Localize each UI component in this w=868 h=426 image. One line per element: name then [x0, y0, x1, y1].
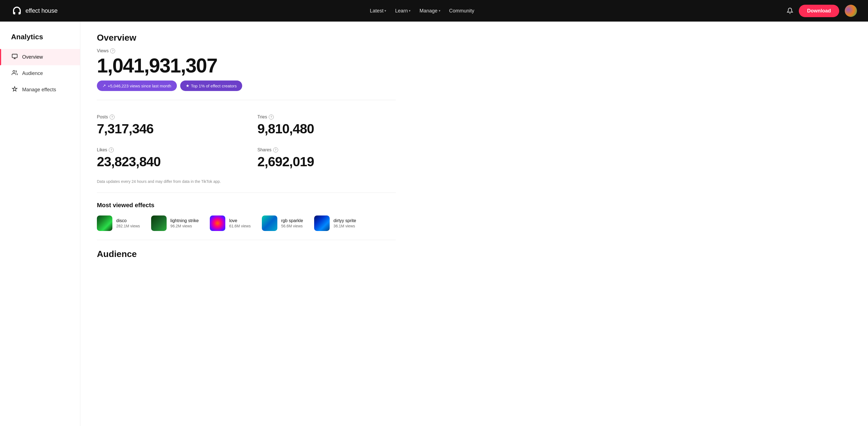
- audience-section-title: Audience: [97, 249, 396, 259]
- likes-value: 23,823,840: [97, 155, 235, 169]
- sidebar-item-overview[interactable]: Overview: [0, 49, 80, 65]
- views-info-icon[interactable]: ?: [110, 48, 115, 54]
- star-icon: ★: [186, 83, 189, 88]
- effect-views: 61.6M views: [229, 224, 251, 228]
- effect-thumbnail-love: [210, 216, 225, 231]
- views-label: Views ?: [97, 48, 396, 54]
- shares-info-icon[interactable]: ?: [273, 148, 278, 153]
- header: effect house Latest ▾ Learn ▾ Manage ▾ C…: [0, 0, 868, 22]
- section-divider-3: [97, 240, 396, 240]
- avatar[interactable]: [845, 5, 857, 17]
- svg-rect-1: [12, 54, 17, 58]
- chevron-down-icon: ▾: [384, 9, 386, 13]
- badges-row: ↗ +5,046,223 views since last month ★ To…: [97, 80, 396, 91]
- stats-grid: Posts ? 7,317,346 Tries ? 9,810,480: [97, 109, 396, 175]
- main-nav: Latest ▾ Learn ▾ Manage ▾ Community: [370, 8, 474, 14]
- most-viewed-title: Most viewed effects: [97, 202, 396, 209]
- overview-icon: [11, 54, 18, 61]
- manage-effects-icon: [11, 86, 18, 94]
- likes-info-icon[interactable]: ?: [109, 148, 114, 153]
- effect-thumbnail-dirtyy: [314, 216, 330, 231]
- section-divider-2: [97, 193, 396, 193]
- tries-value: 9,810,480: [257, 122, 396, 136]
- download-button[interactable]: Download: [799, 5, 839, 17]
- arrow-up-icon: ↗: [102, 83, 106, 88]
- effect-card-disco[interactable]: disco 282.1M views: [97, 216, 140, 231]
- effect-name: disco: [116, 218, 140, 223]
- posts-value: 7,317,346: [97, 122, 235, 136]
- creator-rank-badge: ★ Top 1% of effect creators: [180, 80, 243, 91]
- effect-name: dirtyy sprite: [334, 218, 356, 223]
- effect-views: 282.1M views: [116, 224, 140, 228]
- sidebar-item-label: Manage effects: [22, 87, 56, 93]
- tries-info-icon[interactable]: ?: [269, 114, 274, 120]
- effect-name: rgb sparkle: [281, 218, 303, 223]
- effect-name: lightning strike: [170, 218, 199, 223]
- sidebar-item-audience[interactable]: Audience: [0, 65, 80, 81]
- posts-stat: Posts ? 7,317,346: [97, 114, 235, 136]
- audience-icon: [11, 70, 18, 77]
- effects-list: disco 282.1M views lightning strike 96.2…: [97, 216, 396, 231]
- most-viewed-section: Most viewed effects disco 282.1M views: [97, 202, 396, 231]
- chevron-down-icon: ▾: [409, 9, 410, 13]
- posts-label: Posts ?: [97, 114, 235, 120]
- page-layout: Analytics Overview Audience: [0, 22, 868, 426]
- views-growth-badge: ↗ +5,046,223 views since last month: [97, 80, 177, 91]
- tries-label: Tries ?: [257, 114, 396, 120]
- views-value: 1,041,931,307: [97, 56, 396, 75]
- effect-card-dirtyy[interactable]: dirtyy sprite 36.1M views: [314, 216, 356, 231]
- effect-card-love[interactable]: love 61.6M views: [210, 216, 251, 231]
- logo[interactable]: effect house: [11, 5, 58, 17]
- data-update-note: Data updates every 24 hours and may diff…: [97, 179, 396, 184]
- nav-manage[interactable]: Manage ▾: [419, 8, 440, 14]
- shares-value: 2,692,019: [257, 155, 396, 169]
- effect-views: 96.2M views: [170, 224, 199, 228]
- likes-stat: Likes ? 23,823,840: [97, 148, 235, 169]
- effect-card-lightning[interactable]: lightning strike 96.2M views: [151, 216, 199, 231]
- likes-label: Likes ?: [97, 148, 235, 153]
- posts-info-icon[interactable]: ?: [110, 114, 115, 120]
- sidebar-item-label: Overview: [22, 54, 43, 60]
- nav-learn[interactable]: Learn ▾: [395, 8, 410, 14]
- nav-community[interactable]: Community: [449, 8, 474, 14]
- chevron-down-icon: ▾: [439, 9, 440, 13]
- logo-text: effect house: [26, 7, 58, 14]
- svg-point-4: [13, 70, 15, 72]
- sidebar-item-label: Audience: [22, 70, 43, 76]
- effect-name: love: [229, 218, 251, 223]
- nav-latest[interactable]: Latest ▾: [370, 8, 386, 14]
- overview-title: Overview: [97, 33, 396, 43]
- sidebar-item-manage-effects[interactable]: Manage effects: [0, 81, 80, 98]
- overview-section: Overview Views ? 1,041,931,307 ↗ +5,046,…: [97, 33, 396, 259]
- effect-views: 36.1M views: [334, 224, 356, 228]
- main-content: Overview Views ? 1,041,931,307 ↗ +5,046,…: [80, 22, 868, 426]
- notifications-button[interactable]: [786, 7, 793, 14]
- header-actions: Download: [786, 5, 857, 17]
- effect-card-rgb[interactable]: rgb sparkle 56.6M views: [262, 216, 303, 231]
- effect-thumbnail-rgb: [262, 216, 277, 231]
- sidebar: Analytics Overview Audience: [0, 22, 80, 426]
- effect-thumbnail-disco: [97, 216, 113, 231]
- effect-views: 56.6M views: [281, 224, 303, 228]
- shares-label: Shares ?: [257, 148, 396, 153]
- tries-stat: Tries ? 9,810,480: [257, 114, 396, 136]
- effect-thumbnail-lightning: [151, 216, 166, 231]
- views-block: Views ? 1,041,931,307 ↗ +5,046,223 views…: [97, 48, 396, 91]
- sidebar-title: Analytics: [0, 33, 80, 49]
- shares-stat: Shares ? 2,692,019: [257, 148, 396, 169]
